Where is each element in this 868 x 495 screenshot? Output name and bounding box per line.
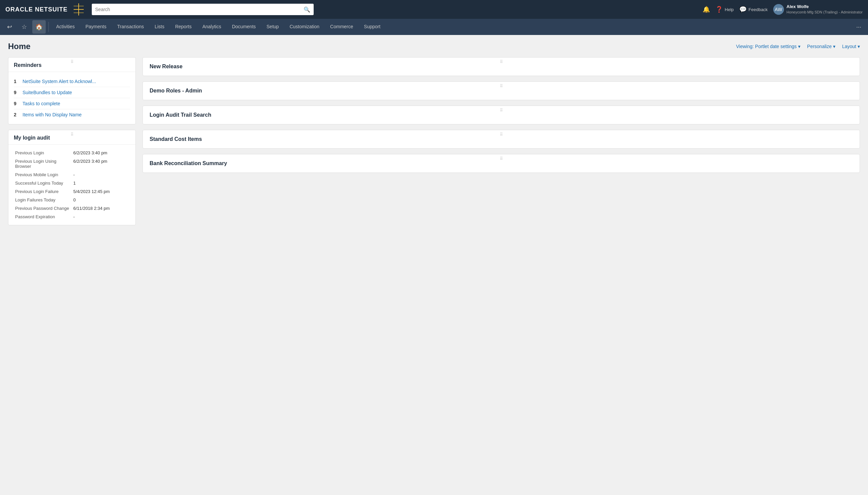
audit-value: 6/11/2018 2:34 pm <box>72 204 130 212</box>
reminder-item: 2 Items with No Display Name <box>14 109 130 120</box>
right-portlet: ⠿ Demo Roles - Admin <box>142 81 860 100</box>
user-info[interactable]: AW Alex Wolfe Honeycomb Mfg SDN (Trailin… <box>773 4 863 15</box>
nav-support[interactable]: Support <box>359 19 385 35</box>
search-button[interactable]: 🔍 <box>303 6 310 13</box>
personalize-link[interactable]: Personalize ▾ <box>807 44 835 49</box>
nav-setup[interactable]: Setup <box>262 19 284 35</box>
reminders-body: 1 NetSuite System Alert to Acknowl... 9 … <box>8 72 136 124</box>
user-details: Alex Wolfe Honeycomb Mfg SDN (Trailing) … <box>787 4 863 15</box>
viewing-portlet-link[interactable]: Viewing: Portlet date settings ▾ <box>736 44 800 49</box>
audit-value: 6/2/2023 3:40 pm <box>72 157 130 170</box>
audit-value: - <box>72 212 130 221</box>
right-portlet: ⠿ Standard Cost Items <box>142 130 860 149</box>
reminder-link[interactable]: Tasks to complete <box>22 101 60 106</box>
audit-value: 6/2/2023 3:40 pm <box>72 149 130 157</box>
search-input[interactable] <box>95 7 301 12</box>
personalize-chevron-icon: ▾ <box>833 44 835 49</box>
page-header: Home Viewing: Portlet date settings ▾ Pe… <box>8 42 860 51</box>
viewing-chevron-icon: ▾ <box>798 44 800 49</box>
login-audit-drag-handle[interactable]: ⠿ <box>71 132 74 137</box>
portlet-title: Bank Reconciliation Summary <box>150 160 853 167</box>
topbar-actions: 🔔 ❓ Help 💬 Feedback AW Alex Wolfe Honeyc… <box>702 4 863 15</box>
portlet-drag-handle[interactable]: ⠿ <box>500 59 503 64</box>
portlet-drag-handle[interactable]: ⠿ <box>500 132 503 137</box>
avatar: AW <box>773 4 784 15</box>
home-button[interactable]: 🏠 <box>32 20 46 34</box>
audit-label: Previous Login Failure <box>14 187 72 196</box>
right-portlet: ⠿ Login Audit Trail Search <box>142 106 860 124</box>
nav-analytics[interactable]: Analytics <box>198 19 226 35</box>
content: Home Viewing: Portlet date settings ▾ Pe… <box>0 35 868 232</box>
notifications-button[interactable]: 🔔 <box>702 6 710 13</box>
portlet-drag-handle[interactable]: ⠿ <box>500 156 503 161</box>
audit-value: 1 <box>72 179 130 187</box>
audit-row: Previous Password Change 6/11/2018 2:34 … <box>14 204 130 212</box>
reminder-count: 9 <box>14 101 19 106</box>
nav-payments[interactable]: Payments <box>81 19 111 35</box>
viewing-portlet-label: Viewing: Portlet date settings <box>736 44 797 49</box>
right-column: ⠿ New Release ⠿ Demo Roles - Admin ⠿ Log… <box>142 57 860 225</box>
user-sub: Honeycomb Mfg SDN (Trailing) - Administr… <box>787 10 863 15</box>
right-portlet: ⠿ New Release <box>142 57 860 76</box>
portlet-title: Login Audit Trail Search <box>150 112 853 118</box>
nav-lists[interactable]: Lists <box>150 19 169 35</box>
layout-link[interactable]: Layout ▾ <box>842 44 860 49</box>
reminder-count: 9 <box>14 90 19 95</box>
audit-label: Previous Login <box>14 149 72 157</box>
feedback-icon: 💬 <box>739 6 747 13</box>
favorites-button[interactable]: ☆ <box>17 20 31 34</box>
nav-reports[interactable]: Reports <box>171 19 196 35</box>
login-audit-portlet: ⠿ My login audit Previous Login 6/2/2023… <box>8 130 136 225</box>
portlet-title: Standard Cost Items <box>150 136 853 142</box>
reminders-drag-handle[interactable]: ⠿ <box>71 59 74 64</box>
portlet-drag-handle[interactable]: ⠿ <box>500 108 503 113</box>
reminder-item: 1 NetSuite System Alert to Acknowl... <box>14 76 130 87</box>
audit-label: Password Expiration <box>14 212 72 221</box>
logo: ORACLE NETSUITE <box>5 6 68 13</box>
portlet-title: Demo Roles - Admin <box>150 88 853 94</box>
audit-label: Successful Logins Today <box>14 179 72 187</box>
audit-row: Previous Mobile Login - <box>14 170 130 179</box>
nav-activities[interactable]: Activities <box>51 19 79 35</box>
audit-label: Login Failures Today <box>14 196 72 204</box>
page-title: Home <box>8 42 31 51</box>
reminder-count: 2 <box>14 112 19 117</box>
nav-divider <box>48 22 49 32</box>
audit-label: Previous Login Using Browser <box>14 157 72 170</box>
reminder-link[interactable]: SuiteBundles to Update <box>22 90 72 95</box>
bell-icon: 🔔 <box>702 6 710 13</box>
login-audit-body: Previous Login 6/2/2023 3:40 pm Previous… <box>8 144 136 225</box>
nav-more-button[interactable]: ··· <box>852 23 865 31</box>
avatar-initials: AW <box>775 7 782 12</box>
reminder-item: 9 SuiteBundles to Update <box>14 87 130 98</box>
back-button[interactable]: ↩ <box>3 20 16 34</box>
nav-documents[interactable]: Documents <box>227 19 261 35</box>
help-label: Help <box>725 7 734 12</box>
audit-row: Successful Logins Today 1 <box>14 179 130 187</box>
audit-value: - <box>72 170 130 179</box>
left-column: ⠿ Reminders 1 NetSuite System Alert to A… <box>8 57 136 225</box>
search-bar: 🔍 <box>92 4 314 15</box>
feedback-button[interactable]: 💬 Feedback <box>739 6 768 13</box>
help-button[interactable]: ❓ Help <box>715 6 734 13</box>
layout-label: Layout <box>842 44 856 49</box>
nav-transactions[interactable]: Transactions <box>112 19 149 35</box>
page-actions: Viewing: Portlet date settings ▾ Persona… <box>736 44 860 49</box>
portlet-drag-handle[interactable]: ⠿ <box>500 84 503 88</box>
audit-row: Previous Login Failure 5/4/2023 12:45 pm <box>14 187 130 196</box>
separator-icon <box>74 3 84 16</box>
navbar: ↩ ☆ 🏠 Activities Payments Transactions L… <box>0 19 868 35</box>
feedback-label: Feedback <box>749 7 768 12</box>
reminder-link[interactable]: NetSuite System Alert to Acknowl... <box>22 79 96 84</box>
audit-row: Login Failures Today 0 <box>14 196 130 204</box>
user-name: Alex Wolfe <box>787 4 863 10</box>
audit-value: 0 <box>72 196 130 204</box>
portlet-title: New Release <box>150 64 853 70</box>
audit-row: Password Expiration - <box>14 212 130 221</box>
reminder-item: 9 Tasks to complete <box>14 98 130 109</box>
nav-commerce[interactable]: Commerce <box>326 19 358 35</box>
reminder-link[interactable]: Items with No Display Name <box>22 112 82 117</box>
nav-customization[interactable]: Customization <box>285 19 324 35</box>
logo-text: ORACLE NETSUITE <box>5 6 68 13</box>
reminder-count: 1 <box>14 79 19 84</box>
